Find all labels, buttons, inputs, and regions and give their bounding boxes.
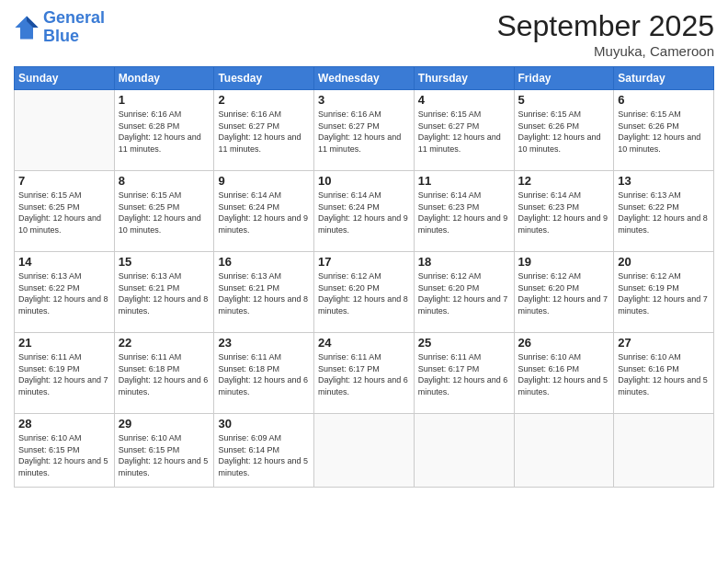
day-number: 24 (318, 336, 410, 350)
day-of-week-header: Sunday (15, 67, 115, 90)
day-info: Sunrise: 6:10 AM Sunset: 6:15 PM Dayligh… (18, 432, 110, 478)
day-info: Sunrise: 6:11 AM Sunset: 6:19 PM Dayligh… (18, 351, 110, 397)
day-number: 18 (418, 255, 510, 269)
calendar-day-cell: 12Sunrise: 6:14 AM Sunset: 6:23 PM Dayli… (514, 171, 614, 252)
day-number: 16 (218, 255, 310, 269)
calendar-day-cell: 18Sunrise: 6:12 AM Sunset: 6:20 PM Dayli… (414, 252, 514, 333)
day-number: 4 (418, 93, 510, 107)
calendar-week-row: 1Sunrise: 6:16 AM Sunset: 6:28 PM Daylig… (15, 90, 714, 171)
day-info: Sunrise: 6:09 AM Sunset: 6:14 PM Dayligh… (218, 432, 310, 478)
day-info: Sunrise: 6:10 AM Sunset: 6:16 PM Dayligh… (618, 351, 710, 397)
calendar-day-cell: 8Sunrise: 6:15 AM Sunset: 6:25 PM Daylig… (114, 171, 214, 252)
day-info: Sunrise: 6:15 AM Sunset: 6:27 PM Dayligh… (418, 109, 510, 155)
day-number: 30 (218, 417, 310, 431)
day-info: Sunrise: 6:13 AM Sunset: 6:22 PM Dayligh… (18, 270, 110, 316)
calendar-day-cell: 25Sunrise: 6:11 AM Sunset: 6:17 PM Dayli… (414, 333, 514, 414)
calendar-day-cell: 27Sunrise: 6:10 AM Sunset: 6:16 PM Dayli… (614, 333, 714, 414)
calendar-day-cell: 26Sunrise: 6:10 AM Sunset: 6:16 PM Dayli… (514, 333, 614, 414)
day-number: 27 (618, 336, 710, 350)
calendar-day-cell: 3Sunrise: 6:16 AM Sunset: 6:27 PM Daylig… (314, 90, 415, 171)
calendar-day-cell: 19Sunrise: 6:12 AM Sunset: 6:20 PM Dayli… (514, 252, 614, 333)
calendar-day-cell: 5Sunrise: 6:15 AM Sunset: 6:26 PM Daylig… (514, 90, 614, 171)
day-of-week-header: Saturday (614, 67, 714, 90)
calendar-day-cell: 6Sunrise: 6:15 AM Sunset: 6:26 PM Daylig… (614, 90, 714, 171)
location: Muyuka, Cameroon (496, 43, 714, 59)
day-number: 11 (418, 174, 510, 188)
day-number: 17 (318, 255, 410, 269)
calendar-day-cell: 7Sunrise: 6:15 AM Sunset: 6:25 PM Daylig… (15, 171, 115, 252)
day-number: 2 (218, 93, 310, 107)
day-number: 19 (518, 255, 610, 269)
calendar-day-cell: 17Sunrise: 6:12 AM Sunset: 6:20 PM Dayli… (314, 252, 415, 333)
day-number: 9 (218, 174, 310, 188)
calendar-day-cell: 9Sunrise: 6:14 AM Sunset: 6:24 PM Daylig… (214, 171, 314, 252)
calendar-week-row: 7Sunrise: 6:15 AM Sunset: 6:25 PM Daylig… (15, 171, 714, 252)
day-number: 13 (618, 174, 710, 188)
calendar-week-row: 21Sunrise: 6:11 AM Sunset: 6:19 PM Dayli… (15, 333, 714, 414)
day-number: 29 (119, 417, 210, 431)
day-info: Sunrise: 6:11 AM Sunset: 6:17 PM Dayligh… (418, 351, 510, 397)
logo: General Blue (14, 9, 105, 46)
day-number: 7 (18, 174, 110, 188)
day-info: Sunrise: 6:10 AM Sunset: 6:15 PM Dayligh… (119, 432, 210, 478)
day-number: 5 (518, 93, 610, 107)
page: General Blue September 2025 Muyuka, Came… (0, 0, 728, 563)
day-number: 25 (418, 336, 510, 350)
day-info: Sunrise: 6:16 AM Sunset: 6:27 PM Dayligh… (218, 109, 310, 155)
day-of-week-header: Thursday (414, 67, 514, 90)
logo-general: General (43, 8, 105, 27)
title-block: September 2025 Muyuka, Cameroon (496, 9, 714, 59)
month-title: September 2025 (496, 9, 714, 43)
day-info: Sunrise: 6:14 AM Sunset: 6:23 PM Dayligh… (518, 190, 610, 236)
day-of-week-header: Monday (114, 67, 214, 90)
day-number: 20 (618, 255, 710, 269)
day-info: Sunrise: 6:13 AM Sunset: 6:21 PM Dayligh… (119, 270, 210, 316)
calendar-day-cell: 1Sunrise: 6:16 AM Sunset: 6:28 PM Daylig… (114, 90, 214, 171)
calendar-day-cell (15, 90, 115, 171)
calendar-day-cell: 30Sunrise: 6:09 AM Sunset: 6:14 PM Dayli… (214, 414, 314, 488)
day-info: Sunrise: 6:12 AM Sunset: 6:20 PM Dayligh… (518, 270, 610, 316)
day-of-week-header: Friday (514, 67, 614, 90)
day-number: 6 (618, 93, 710, 107)
calendar-week-row: 28Sunrise: 6:10 AM Sunset: 6:15 PM Dayli… (15, 414, 714, 488)
calendar-day-cell (314, 414, 415, 488)
calendar-day-cell: 10Sunrise: 6:14 AM Sunset: 6:24 PM Dayli… (314, 171, 415, 252)
day-info: Sunrise: 6:10 AM Sunset: 6:16 PM Dayligh… (518, 351, 610, 397)
calendar-day-cell (614, 414, 714, 488)
calendar-day-cell: 2Sunrise: 6:16 AM Sunset: 6:27 PM Daylig… (214, 90, 314, 171)
day-info: Sunrise: 6:12 AM Sunset: 6:20 PM Dayligh… (318, 270, 410, 316)
calendar-day-cell: 15Sunrise: 6:13 AM Sunset: 6:21 PM Dayli… (114, 252, 214, 333)
day-info: Sunrise: 6:14 AM Sunset: 6:23 PM Dayligh… (418, 190, 510, 236)
day-info: Sunrise: 6:14 AM Sunset: 6:24 PM Dayligh… (318, 190, 410, 236)
calendar-day-cell: 22Sunrise: 6:11 AM Sunset: 6:18 PM Dayli… (114, 333, 214, 414)
calendar-week-row: 14Sunrise: 6:13 AM Sunset: 6:22 PM Dayli… (15, 252, 714, 333)
day-info: Sunrise: 6:11 AM Sunset: 6:18 PM Dayligh… (119, 351, 210, 397)
calendar-day-cell: 23Sunrise: 6:11 AM Sunset: 6:18 PM Dayli… (214, 333, 314, 414)
day-info: Sunrise: 6:15 AM Sunset: 6:25 PM Dayligh… (119, 190, 210, 236)
day-number: 21 (18, 336, 110, 350)
calendar-day-cell: 28Sunrise: 6:10 AM Sunset: 6:15 PM Dayli… (15, 414, 115, 488)
day-number: 8 (119, 174, 210, 188)
day-number: 1 (119, 93, 210, 107)
calendar-day-cell: 29Sunrise: 6:10 AM Sunset: 6:15 PM Dayli… (114, 414, 214, 488)
day-number: 3 (318, 93, 410, 107)
day-info: Sunrise: 6:14 AM Sunset: 6:24 PM Dayligh… (218, 190, 310, 236)
day-info: Sunrise: 6:15 AM Sunset: 6:26 PM Dayligh… (518, 109, 610, 155)
calendar-day-cell (514, 414, 614, 488)
day-info: Sunrise: 6:15 AM Sunset: 6:25 PM Dayligh… (18, 190, 110, 236)
day-number: 28 (18, 417, 110, 431)
day-number: 22 (119, 336, 210, 350)
calendar-day-cell: 24Sunrise: 6:11 AM Sunset: 6:17 PM Dayli… (314, 333, 415, 414)
day-info: Sunrise: 6:11 AM Sunset: 6:17 PM Dayligh… (318, 351, 410, 397)
calendar-day-cell: 20Sunrise: 6:12 AM Sunset: 6:19 PM Dayli… (614, 252, 714, 333)
calendar-day-cell: 21Sunrise: 6:11 AM Sunset: 6:19 PM Dayli… (15, 333, 115, 414)
day-number: 26 (518, 336, 610, 350)
day-info: Sunrise: 6:13 AM Sunset: 6:21 PM Dayligh… (218, 270, 310, 316)
calendar-day-cell: 11Sunrise: 6:14 AM Sunset: 6:23 PM Dayli… (414, 171, 514, 252)
calendar-day-cell: 14Sunrise: 6:13 AM Sunset: 6:22 PM Dayli… (15, 252, 115, 333)
logo-text: General Blue (43, 9, 105, 46)
day-info: Sunrise: 6:13 AM Sunset: 6:22 PM Dayligh… (618, 190, 710, 236)
calendar: SundayMondayTuesdayWednesdayThursdayFrid… (14, 66, 714, 488)
calendar-day-cell: 13Sunrise: 6:13 AM Sunset: 6:22 PM Dayli… (614, 171, 714, 252)
day-number: 14 (18, 255, 110, 269)
